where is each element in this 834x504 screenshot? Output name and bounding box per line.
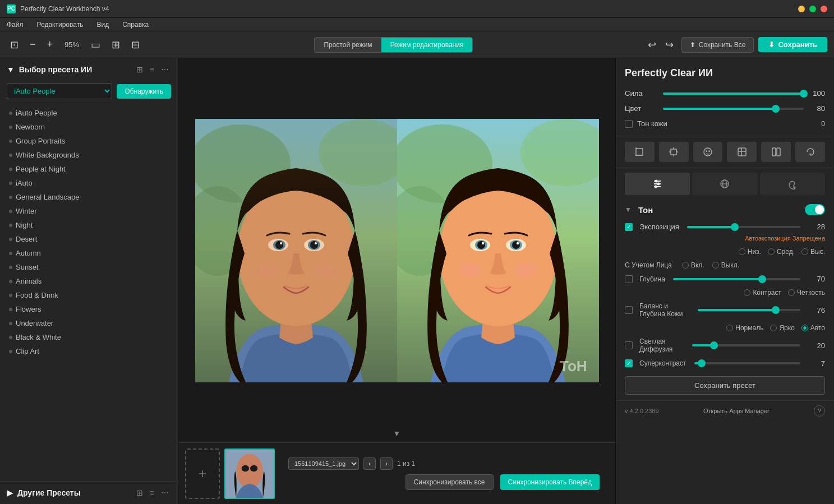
preset-item-newborn[interactable]: Newborn — [0, 120, 178, 134]
preset-item-people-night[interactable]: People at Night — [0, 162, 178, 176]
more-btn2[interactable]: ⋯ — [159, 487, 171, 498]
exposure-slider[interactable] — [687, 226, 800, 228]
more-btn[interactable]: ⋯ — [159, 64, 171, 75]
help-btn[interactable]: ? — [814, 405, 825, 417]
color-slider[interactable] — [663, 108, 804, 110]
add-photo-btn[interactable]: + — [185, 448, 220, 499]
sliders-tab[interactable] — [625, 173, 690, 195]
nav-prev-btn[interactable]: ‹ — [363, 457, 376, 470]
crop-tool-btn[interactable] — [625, 142, 655, 162]
radio-auto[interactable] — [801, 325, 808, 331]
supercontrast-slider[interactable] — [694, 362, 800, 364]
maximize-btn[interactable] — [809, 6, 816, 12]
preset-item-white-bg[interactable]: White Backgrounds — [0, 148, 178, 162]
split-view-btn[interactable]: ⊞ — [108, 36, 123, 53]
save-btn[interactable]: ⬇ Сохранить — [758, 37, 827, 52]
sync-forward-btn[interactable]: Синхронизировать Вперёд — [500, 474, 600, 490]
transform-tool-btn[interactable] — [659, 142, 689, 162]
preset-label: People at Night — [16, 165, 66, 173]
redo-btn[interactable]: ↪ — [662, 36, 677, 53]
preset-item-general-landscape[interactable]: General Landscape — [0, 190, 178, 204]
sync-all-btn[interactable]: Синхронизировать все — [406, 474, 494, 490]
preset-dropdown[interactable]: iAuto PeopleNewbornGroup PortraitsWhite … — [7, 83, 112, 99]
radio-normal[interactable] — [726, 325, 733, 331]
preset-item-iauto-people[interactable]: iAuto People — [0, 106, 178, 120]
grid-view-btn2[interactable]: ⊞ — [134, 487, 145, 498]
close-btn[interactable] — [821, 6, 827, 12]
rotate-tool-btn[interactable] — [795, 142, 825, 162]
compare-view-btn[interactable]: ⊟ — [128, 36, 143, 53]
diffusion-thumb[interactable] — [710, 341, 718, 349]
save-preset-btn[interactable]: Сохранить пресет — [625, 376, 825, 395]
strength-slider[interactable] — [663, 93, 804, 95]
preset-item-night[interactable]: Night — [0, 218, 178, 232]
menu-edit[interactable]: Редактировать — [35, 20, 86, 30]
minimize-btn[interactable] — [798, 6, 805, 12]
preset-item-animals[interactable]: Animals — [0, 274, 178, 288]
simple-mode-btn[interactable]: Простой режим — [315, 38, 381, 52]
radio-mid[interactable] — [768, 248, 775, 255]
supercontrast-thumb[interactable] — [698, 359, 706, 367]
save-all-btn[interactable]: ⬆ Сохранить Все — [681, 37, 754, 53]
color-tool-btn[interactable] — [727, 142, 757, 162]
radio-face-on[interactable] — [682, 262, 689, 269]
detect-btn[interactable]: Обнаружить — [117, 84, 171, 99]
radio-contrast[interactable] — [744, 289, 750, 296]
diffusion-slider[interactable] — [692, 344, 800, 346]
skin-balance-thumb[interactable] — [772, 306, 780, 314]
paint-tab[interactable] — [760, 173, 825, 195]
exposure-checkbox[interactable]: ✓ — [625, 223, 633, 231]
preset-item-group-portraits[interactable]: Group Portraits — [0, 134, 178, 148]
presets-section-header[interactable]: ▼ Выбор пресета ИИ ⊞ ≡ ⋯ — [0, 58, 178, 81]
menu-view[interactable]: Вид — [94, 20, 111, 30]
skin-tone-checkbox[interactable] — [625, 120, 633, 128]
depth-slider[interactable] — [673, 278, 800, 280]
preset-item-autumn[interactable]: Autumn — [0, 246, 178, 260]
other-presets-header[interactable]: ▶ Другие Пресеты ⊞ ≡ ⋯ — [0, 481, 178, 504]
supercontrast-checkbox[interactable]: ✓ — [625, 359, 633, 367]
preset-item-clip-art[interactable]: Clip Art — [0, 344, 178, 358]
nav-next-btn[interactable]: › — [380, 457, 393, 470]
zoom-out-btn[interactable]: − — [26, 36, 39, 53]
tone-toggle[interactable] — [805, 204, 825, 215]
radio-high[interactable] — [801, 248, 808, 255]
radio-low[interactable] — [739, 248, 745, 255]
preset-item-underwater[interactable]: Underwater — [0, 316, 178, 330]
grid-view-btn[interactable]: ⊞ — [134, 64, 145, 75]
skin-balance-checkbox[interactable] — [625, 306, 633, 314]
preset-item-winter[interactable]: Winter — [0, 204, 178, 218]
globe-tab[interactable] — [692, 173, 757, 195]
preset-item-iauto[interactable]: iAuto — [0, 176, 178, 190]
zoom-in-btn[interactable]: + — [44, 36, 57, 53]
fit-screen-btn[interactable]: ⊡ — [7, 36, 22, 53]
strength-thumb[interactable] — [800, 90, 808, 98]
single-view-btn[interactable]: ▭ — [87, 36, 104, 53]
radio-face-off[interactable] — [712, 262, 719, 269]
split-tool-btn[interactable] — [761, 142, 791, 162]
radio-sharpness[interactable] — [788, 289, 795, 296]
edit-mode-btn[interactable]: Режим редактирования — [381, 38, 473, 52]
list-view-btn2[interactable]: ≡ — [148, 487, 156, 498]
preset-item-flowers[interactable]: Flowers — [0, 302, 178, 316]
skin-balance-slider[interactable] — [698, 309, 800, 311]
menu-file[interactable]: Файл — [4, 20, 26, 30]
svg-point-48 — [657, 183, 660, 186]
color-thumb[interactable] — [772, 105, 780, 113]
open-apps-link[interactable]: Открыть Apps Manager — [703, 408, 770, 414]
filename-select[interactable]: 1561109415_1.jpg — [288, 457, 359, 470]
filmstrip-thumb[interactable] — [224, 448, 275, 499]
depth-checkbox[interactable] — [625, 275, 633, 283]
preset-item-bw[interactable]: Black & White — [0, 330, 178, 344]
exposure-thumb[interactable] — [731, 223, 739, 231]
depth-thumb[interactable] — [758, 275, 766, 283]
undo-btn[interactable]: ↩ — [644, 36, 660, 53]
preset-item-desert[interactable]: Desert — [0, 232, 178, 246]
normal-label: Нормаль — [735, 324, 763, 332]
preset-item-sunset[interactable]: Sunset — [0, 260, 178, 274]
diffusion-checkbox[interactable] — [625, 341, 633, 349]
preset-item-food-drink[interactable]: Food & Drink — [0, 288, 178, 302]
list-view-btn[interactable]: ≡ — [148, 64, 156, 75]
menu-help[interactable]: Справка — [120, 20, 151, 30]
radio-bright[interactable] — [770, 325, 777, 331]
face-tool-btn[interactable] — [693, 142, 723, 162]
